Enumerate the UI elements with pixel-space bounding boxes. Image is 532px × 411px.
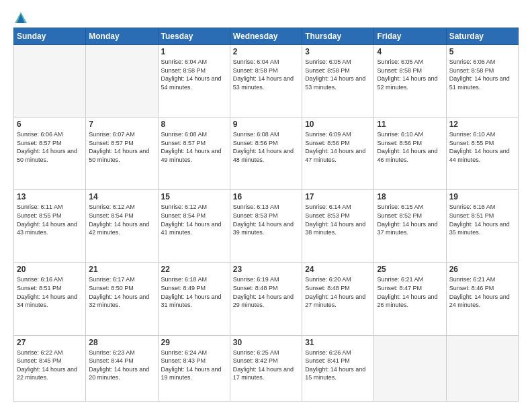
table-row: 27Sunrise: 6:22 AMSunset: 8:45 PMDayligh…: [14, 335, 86, 401]
cell-info: Sunrise: 6:06 AMSunset: 8:58 PMDaylight:…: [449, 58, 515, 91]
cell-info: Sunrise: 6:12 AMSunset: 8:54 PMDaylight:…: [89, 203, 154, 236]
table-row: 12Sunrise: 6:10 AMSunset: 8:55 PMDayligh…: [446, 118, 518, 190]
cell-info: Sunrise: 6:09 AMSunset: 8:56 PMDaylight:…: [305, 130, 371, 164]
table-row: 9Sunrise: 6:08 AMSunset: 8:56 PMDaylight…: [230, 118, 302, 190]
cell-info: Sunrise: 6:23 AMSunset: 8:44 PMDaylight:…: [89, 349, 154, 382]
cell-info: Sunrise: 6:16 AMSunset: 8:51 PMDaylight:…: [449, 203, 515, 236]
day-number: 30: [233, 338, 299, 347]
day-number: 17: [305, 192, 371, 201]
day-number: 5: [449, 47, 515, 56]
day-number: 6: [17, 120, 83, 129]
day-number: 18: [377, 192, 443, 201]
day-number: 8: [161, 120, 227, 129]
day-number: 3: [305, 47, 371, 56]
weekday-header: Monday: [86, 28, 158, 45]
table-row: 18Sunrise: 6:15 AMSunset: 8:52 PMDayligh…: [374, 190, 446, 263]
day-number: 27: [17, 338, 83, 347]
table-row: 29Sunrise: 6:24 AMSunset: 8:43 PMDayligh…: [158, 335, 230, 401]
day-number: 29: [161, 338, 227, 347]
table-row: 23Sunrise: 6:19 AMSunset: 8:48 PMDayligh…: [230, 263, 302, 335]
cell-info: Sunrise: 6:10 AMSunset: 8:55 PMDaylight:…: [449, 130, 515, 164]
table-row: 15Sunrise: 6:12 AMSunset: 8:54 PMDayligh…: [158, 190, 230, 263]
day-number: 16: [233, 192, 299, 201]
cell-info: Sunrise: 6:14 AMSunset: 8:53 PMDaylight:…: [305, 203, 371, 236]
table-row: [86, 45, 158, 118]
table-row: 13Sunrise: 6:11 AMSunset: 8:55 PMDayligh…: [14, 190, 86, 263]
table-row: 25Sunrise: 6:21 AMSunset: 8:47 PMDayligh…: [374, 263, 446, 335]
table-row: 24Sunrise: 6:20 AMSunset: 8:48 PMDayligh…: [302, 263, 374, 335]
header: [13, 12, 519, 22]
day-number: 24: [305, 265, 371, 274]
day-number: 31: [305, 338, 371, 347]
table-row: 16Sunrise: 6:13 AMSunset: 8:53 PMDayligh…: [230, 190, 302, 263]
day-number: 7: [89, 120, 154, 129]
day-number: 14: [89, 192, 154, 201]
cell-info: Sunrise: 6:08 AMSunset: 8:56 PMDaylight:…: [233, 130, 299, 164]
day-number: 15: [161, 192, 227, 201]
day-number: 26: [449, 265, 515, 274]
table-row: 1Sunrise: 6:04 AMSunset: 8:58 PMDaylight…: [158, 45, 230, 118]
cell-info: Sunrise: 6:16 AMSunset: 8:51 PMDaylight:…: [17, 275, 83, 309]
table-row: 30Sunrise: 6:25 AMSunset: 8:42 PMDayligh…: [230, 335, 302, 401]
cell-info: Sunrise: 6:05 AMSunset: 8:58 PMDaylight:…: [377, 58, 443, 91]
cell-info: Sunrise: 6:04 AMSunset: 8:58 PMDaylight:…: [161, 58, 227, 91]
cell-info: Sunrise: 6:13 AMSunset: 8:53 PMDaylight:…: [233, 203, 299, 236]
table-row: 5Sunrise: 6:06 AMSunset: 8:58 PMDaylight…: [446, 45, 518, 118]
table-row: 17Sunrise: 6:14 AMSunset: 8:53 PMDayligh…: [302, 190, 374, 263]
weekday-header: Saturday: [446, 28, 518, 45]
cell-info: Sunrise: 6:15 AMSunset: 8:52 PMDaylight:…: [377, 203, 443, 236]
cell-info: Sunrise: 6:22 AMSunset: 8:45 PMDaylight:…: [17, 349, 83, 382]
table-row: 20Sunrise: 6:16 AMSunset: 8:51 PMDayligh…: [14, 263, 86, 335]
cell-info: Sunrise: 6:25 AMSunset: 8:42 PMDaylight:…: [233, 349, 299, 382]
logo-icon: [14, 11, 28, 24]
day-number: 11: [377, 120, 443, 129]
cell-info: Sunrise: 6:21 AMSunset: 8:47 PMDaylight:…: [377, 275, 443, 309]
day-number: 2: [233, 47, 299, 56]
weekday-header: Wednesday: [230, 28, 302, 45]
table-row: 4Sunrise: 6:05 AMSunset: 8:58 PMDaylight…: [374, 45, 446, 118]
cell-info: Sunrise: 6:24 AMSunset: 8:43 PMDaylight:…: [161, 349, 227, 382]
table-row: 3Sunrise: 6:05 AMSunset: 8:58 PMDaylight…: [302, 45, 374, 118]
cell-info: Sunrise: 6:05 AMSunset: 8:58 PMDaylight:…: [305, 58, 371, 91]
weekday-header: Friday: [374, 28, 446, 45]
day-number: 13: [17, 192, 83, 201]
table-row: 22Sunrise: 6:18 AMSunset: 8:49 PMDayligh…: [158, 263, 230, 335]
cell-info: Sunrise: 6:06 AMSunset: 8:57 PMDaylight:…: [17, 130, 83, 164]
cell-info: Sunrise: 6:08 AMSunset: 8:57 PMDaylight:…: [161, 130, 227, 164]
day-number: 1: [161, 47, 227, 56]
weekday-header: Sunday: [14, 28, 86, 45]
cell-info: Sunrise: 6:26 AMSunset: 8:41 PMDaylight:…: [305, 349, 371, 382]
table-row: [14, 45, 86, 118]
page: SundayMondayTuesdayWednesdayThursdayFrid…: [0, 0, 532, 411]
table-row: 21Sunrise: 6:17 AMSunset: 8:50 PMDayligh…: [86, 263, 158, 335]
table-row: 31Sunrise: 6:26 AMSunset: 8:41 PMDayligh…: [302, 335, 374, 401]
day-number: 4: [377, 47, 443, 56]
day-number: 25: [377, 265, 443, 274]
cell-info: Sunrise: 6:07 AMSunset: 8:57 PMDaylight:…: [89, 130, 154, 164]
day-number: 23: [233, 265, 299, 274]
weekday-header: Tuesday: [158, 28, 230, 45]
table-row: 7Sunrise: 6:07 AMSunset: 8:57 PMDaylight…: [86, 118, 158, 190]
table-row: 10Sunrise: 6:09 AMSunset: 8:56 PMDayligh…: [302, 118, 374, 190]
day-number: 19: [449, 192, 515, 201]
table-row: [446, 335, 518, 401]
table-row: 14Sunrise: 6:12 AMSunset: 8:54 PMDayligh…: [86, 190, 158, 263]
cell-info: Sunrise: 6:12 AMSunset: 8:54 PMDaylight:…: [161, 203, 227, 236]
table-row: 19Sunrise: 6:16 AMSunset: 8:51 PMDayligh…: [446, 190, 518, 263]
day-number: 10: [305, 120, 371, 129]
cell-info: Sunrise: 6:20 AMSunset: 8:48 PMDaylight:…: [305, 275, 371, 309]
table-row: 8Sunrise: 6:08 AMSunset: 8:57 PMDaylight…: [158, 118, 230, 190]
cell-info: Sunrise: 6:17 AMSunset: 8:50 PMDaylight:…: [89, 275, 154, 309]
table-row: 26Sunrise: 6:21 AMSunset: 8:46 PMDayligh…: [446, 263, 518, 335]
cell-info: Sunrise: 6:10 AMSunset: 8:56 PMDaylight:…: [377, 130, 443, 164]
cell-info: Sunrise: 6:18 AMSunset: 8:49 PMDaylight:…: [161, 275, 227, 309]
day-number: 28: [89, 338, 154, 347]
logo: [13, 12, 28, 22]
cell-info: Sunrise: 6:04 AMSunset: 8:58 PMDaylight:…: [233, 58, 299, 91]
table-row: 11Sunrise: 6:10 AMSunset: 8:56 PMDayligh…: [374, 118, 446, 190]
calendar: SundayMondayTuesdayWednesdayThursdayFrid…: [13, 28, 519, 402]
table-row: 28Sunrise: 6:23 AMSunset: 8:44 PMDayligh…: [86, 335, 158, 401]
day-number: 21: [89, 265, 154, 274]
day-number: 12: [449, 120, 515, 129]
day-number: 20: [17, 265, 83, 274]
